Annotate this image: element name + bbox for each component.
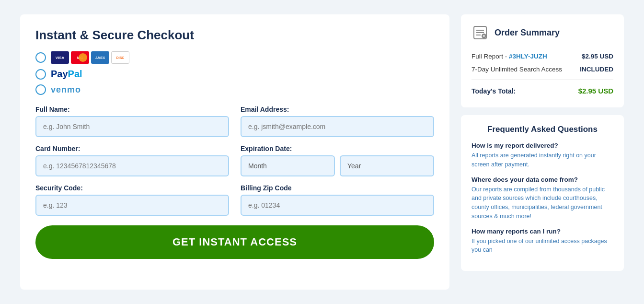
order-summary-header: Order Summary (472, 24, 613, 41)
security-code-label: Security Code: (35, 184, 229, 192)
full-name-label: Full Name: (35, 105, 229, 113)
faq-question-2: How many reports can I run? (472, 228, 613, 235)
email-input[interactable] (241, 116, 434, 137)
faq-answer-1: Our reports are compiled from thousands … (472, 185, 613, 221)
card-number-group: Card Number: (35, 145, 229, 176)
order-line-search: 7-Day Unlimited Search Access INCLUDED (472, 63, 613, 76)
faq-item-1: Where does your data come from? Our repo… (472, 176, 613, 221)
discover-icon: DISC (111, 51, 129, 64)
billing-zip-input[interactable] (241, 195, 434, 216)
full-name-input[interactable] (35, 116, 229, 137)
checkout-panel: Instant & Secure Checkout VISA MC AMEX D… (20, 14, 449, 290)
card-number-input[interactable] (35, 155, 229, 176)
order-report-label: Full Report - #3HLY-JUZH (472, 53, 547, 60)
expiration-label: Expiration Date: (241, 145, 434, 152)
order-summary-panel: Order Summary Full Report - #3HLY-JUZH $… (461, 14, 624, 107)
checkout-form: Full Name: Email Address: Card Number: E… (35, 105, 434, 216)
order-report-link[interactable]: #3HLY-JUZH (509, 53, 547, 60)
amex-icon: AMEX (91, 51, 109, 64)
email-label: Email Address: (241, 105, 434, 113)
checkout-title: Instant & Secure Checkout (35, 28, 434, 43)
faq-answer-0: All reports are generated instantly righ… (472, 151, 613, 169)
card-number-label: Card Number: (35, 145, 229, 152)
right-panel: Order Summary Full Report - #3HLY-JUZH $… (461, 14, 624, 290)
venmo-logo: venmo (51, 85, 81, 95)
order-line-report: Full Report - #3HLY-JUZH $2.95 USD (472, 50, 613, 63)
billing-zip-label: Billing Zip Code (241, 184, 434, 192)
security-code-group: Security Code: (35, 184, 229, 216)
email-group: Email Address: (241, 105, 434, 137)
visa-icon: VISA (51, 51, 69, 64)
page-wrapper: Instant & Secure Checkout VISA MC AMEX D… (11, 10, 633, 294)
order-total-price: $2.95 USD (578, 87, 613, 95)
payment-option-paypal[interactable]: PayPal (35, 69, 434, 80)
payment-option-venmo[interactable]: venmo (35, 84, 434, 95)
order-search-price: INCLUDED (580, 66, 613, 73)
card-icons: VISA MC AMEX DISC (51, 51, 129, 64)
order-total-label: Today's Total: (472, 87, 516, 95)
order-report-price: $2.95 USD (582, 53, 613, 60)
faq-item-2: How many reports can I run? If you picke… (472, 228, 613, 255)
payment-option-card[interactable]: VISA MC AMEX DISC (35, 51, 434, 64)
faq-title: Frequently Asked Questions (472, 125, 613, 134)
faq-question-1: Where does your data come from? (472, 176, 613, 183)
paypal-logo: PayPal (51, 69, 82, 80)
faq-panel: Frequently Asked Questions How is my rep… (461, 115, 624, 271)
year-select[interactable]: Year 202420252026 202720282029 2030 (340, 155, 434, 176)
order-summary-title: Order Summary (494, 28, 560, 38)
order-divider (472, 80, 613, 80)
faq-question-0: How is my report delivered? (472, 142, 613, 149)
full-name-group: Full Name: (35, 105, 229, 137)
order-total-line: Today's Total: $2.95 USD (472, 84, 613, 98)
payment-options: VISA MC AMEX DISC PayPal venmo (35, 51, 434, 95)
radio-card[interactable] (35, 52, 46, 63)
submit-button[interactable]: GET INSTANT ACCESS (35, 225, 434, 259)
radio-paypal[interactable] (35, 69, 46, 80)
expiry-selects: Month 010203 040506 070809 101112 Year 2… (241, 155, 434, 176)
radio-venmo[interactable] (35, 84, 46, 95)
mastercard-icon: MC (71, 51, 89, 64)
security-code-input[interactable] (35, 195, 229, 216)
expiration-group: Expiration Date: Month 010203 040506 070… (241, 145, 434, 176)
faq-answer-2: If you picked one of our unlimited acces… (472, 237, 613, 255)
month-select[interactable]: Month 010203 040506 070809 101112 (241, 155, 335, 176)
billing-zip-group: Billing Zip Code (241, 184, 434, 216)
faq-item-0: How is my report delivered? All reports … (472, 142, 613, 169)
order-summary-icon (472, 24, 489, 41)
order-search-label: 7-Day Unlimited Search Access (472, 66, 562, 73)
